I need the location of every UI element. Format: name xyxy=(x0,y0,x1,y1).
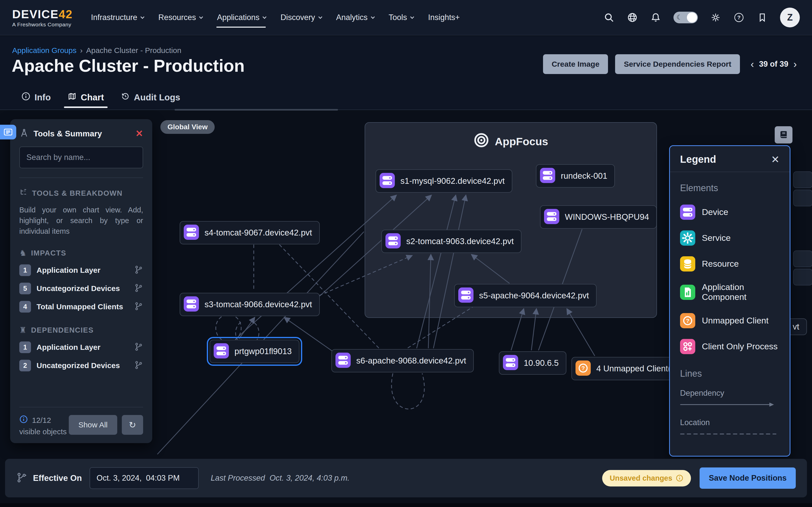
prev-page-chevron[interactable]: ‹ xyxy=(751,59,754,69)
zoom-control-stub[interactable] xyxy=(793,189,812,206)
top-nav: DEVICE42 A Freshworks Company Infrastruc… xyxy=(0,0,812,36)
breadcrumb-link[interactable]: Application Groups xyxy=(12,46,77,55)
help-icon[interactable]: ? xyxy=(733,12,745,23)
chart-node[interactable]: s2-tomcat-9063.device42.pvt xyxy=(382,230,521,253)
chevron-down-icon xyxy=(199,15,203,19)
branch-icon[interactable] xyxy=(134,360,143,371)
device42-logo[interactable]: DEVICE42 A Freshworks Company xyxy=(12,7,72,27)
legend-elements-header: Elements xyxy=(680,183,779,193)
refresh-button[interactable]: ↻ xyxy=(122,415,143,435)
search-input[interactable] xyxy=(19,147,143,168)
tabs-scrollbar-thumb[interactable] xyxy=(174,109,338,111)
theme-toggle[interactable]: ☾ xyxy=(673,12,698,23)
create-image-button[interactable]: Create Image xyxy=(543,54,608,74)
page-title: Apache Cluster - Production xyxy=(12,56,245,75)
branch-icon[interactable] xyxy=(134,342,143,352)
notifications-bell-icon[interactable] xyxy=(650,12,661,23)
chart-node[interactable]: prtgwp01fl9013 xyxy=(210,340,299,363)
logo-tagline: A Freshworks Company xyxy=(12,21,72,27)
chevron-down-icon xyxy=(318,15,322,19)
page-header: Application Groups › Apache Cluster - Pr… xyxy=(0,36,812,110)
globe-icon[interactable] xyxy=(627,12,638,23)
appfocus-title: AppFocus xyxy=(365,132,656,151)
toggle-knob xyxy=(687,12,697,22)
nav-item-resources[interactable]: Resources xyxy=(158,9,202,25)
zoom-control-stub[interactable] xyxy=(793,269,812,285)
show-all-button[interactable]: Show All xyxy=(69,415,117,435)
branch-icon[interactable] xyxy=(134,302,143,312)
chart-node[interactable]: WINDOWS-HBQPU94 xyxy=(540,205,657,229)
chart-node[interactable]: 10.90.6.5 xyxy=(499,351,566,375)
settings-gear-icon[interactable] xyxy=(710,12,721,23)
main-menu: InfrastructureResourcesApplicationsDisco… xyxy=(90,9,460,25)
impacts-section-header: ♞ IMPACTS xyxy=(19,248,143,258)
chart-node[interactable]: s1-mysql-9062.device42.pvt xyxy=(375,169,512,193)
nav-item-applications[interactable]: Applications xyxy=(216,9,266,25)
breadcrumb: Application Groups › Apache Cluster - Pr… xyxy=(12,46,182,55)
legend-line-dashed: Location xyxy=(680,418,779,438)
svg-text:?: ? xyxy=(686,318,690,324)
nav-item-tools[interactable]: Tools xyxy=(388,9,413,25)
device-icon xyxy=(214,343,229,359)
zoom-control-stub[interactable] xyxy=(793,171,812,188)
close-icon[interactable]: ✕ xyxy=(136,129,143,138)
service-dependencies-report-button[interactable]: Service Dependencies Report xyxy=(615,54,740,74)
nav-item-analytics[interactable]: Analytics xyxy=(336,9,374,25)
legend-item-process: Client Only Process xyxy=(680,339,779,354)
tree-icon xyxy=(19,188,28,199)
tab-audit-logs[interactable]: Audit Logs xyxy=(121,92,181,108)
legend-panel: Legend ✕ Elements DeviceServiceResourceA… xyxy=(669,145,791,457)
save-node-positions-button[interactable]: Save Node Positions xyxy=(700,467,796,489)
chevron-down-icon xyxy=(410,15,414,19)
chart-node[interactable]: s4-tomcat-9067.device42.pvt xyxy=(180,221,320,244)
zoom-control-stub[interactable] xyxy=(793,250,812,267)
nav-item-insights-[interactable]: Insights+ xyxy=(427,9,460,25)
count-badge: 4 xyxy=(19,301,31,313)
user-avatar[interactable]: Z xyxy=(780,8,800,27)
dependencies-section-header: ♜ DEPENDENCIES xyxy=(19,325,143,335)
breakdown-section-header: TOOLS & BREAKDOWN xyxy=(19,188,143,199)
summary-row[interactable]: 1Application Layer xyxy=(19,265,143,276)
tab-info[interactable]: Info xyxy=(21,92,51,108)
legend-item-gear: Service xyxy=(680,230,779,245)
effective-on-bar: Effective On Last Processed Oct. 3, 2024… xyxy=(5,459,807,497)
summary-row[interactable]: 4Total Unmapped Clients xyxy=(19,301,143,313)
gear-icon xyxy=(680,230,695,245)
legend-toggle-button[interactable] xyxy=(775,126,793,144)
info-icon xyxy=(676,474,683,482)
tab-chart[interactable]: Chart xyxy=(67,92,104,108)
doc-chart-icon xyxy=(680,285,695,299)
tools-panel-toggle[interactable] xyxy=(0,125,16,139)
summary-row[interactable]: 2Uncategorized Devices xyxy=(19,360,143,372)
tab-bar: InfoChartAudit Logs xyxy=(21,92,180,108)
history-icon xyxy=(121,92,130,103)
device-icon xyxy=(544,209,559,225)
next-page-chevron[interactable]: › xyxy=(794,59,797,69)
chart-node[interactable]: rundeck-001 xyxy=(536,164,615,187)
summary-row[interactable]: 1Application Layer xyxy=(19,341,143,353)
device-icon xyxy=(379,173,395,189)
branch-icon[interactable] xyxy=(134,283,143,293)
database-icon xyxy=(680,256,695,271)
chart-node[interactable]: s6-apache-9068.device42.pvt xyxy=(332,349,474,373)
server-icon xyxy=(680,205,695,219)
bookmark-icon[interactable] xyxy=(757,12,768,23)
count-badge: 1 xyxy=(19,265,31,276)
nav-item-discovery[interactable]: Discovery xyxy=(280,9,321,25)
last-processed: Last Processed Oct. 3, 2024, 4:03 p.m. xyxy=(211,473,350,483)
effective-on-input[interactable] xyxy=(90,467,199,489)
chart-node[interactable]: s3-tomcat-9066.device42.pvt xyxy=(180,293,320,316)
tools-summary-panel: Tools & Summary ✕ TOOLS & BREAKDOWN Buil… xyxy=(10,119,152,443)
legend-item-server: Device xyxy=(680,205,779,219)
summary-row[interactable]: 5Uncategorized Devices xyxy=(19,283,143,294)
chart-node-unmapped-clients[interactable]: ?4 Unmapped Client(s) xyxy=(571,357,686,380)
svg-text:?: ? xyxy=(738,14,741,20)
close-icon[interactable]: ✕ xyxy=(771,154,779,165)
knight-icon: ♞ xyxy=(19,248,27,258)
nav-item-infrastructure[interactable]: Infrastructure xyxy=(90,9,144,25)
chart-node[interactable]: s5-apache-9064.device42.pvt xyxy=(454,284,597,307)
search-icon[interactable] xyxy=(603,12,615,23)
map-icon xyxy=(67,92,77,103)
branch-icon[interactable] xyxy=(134,265,143,275)
unmapped-client-icon: ? xyxy=(575,360,591,377)
